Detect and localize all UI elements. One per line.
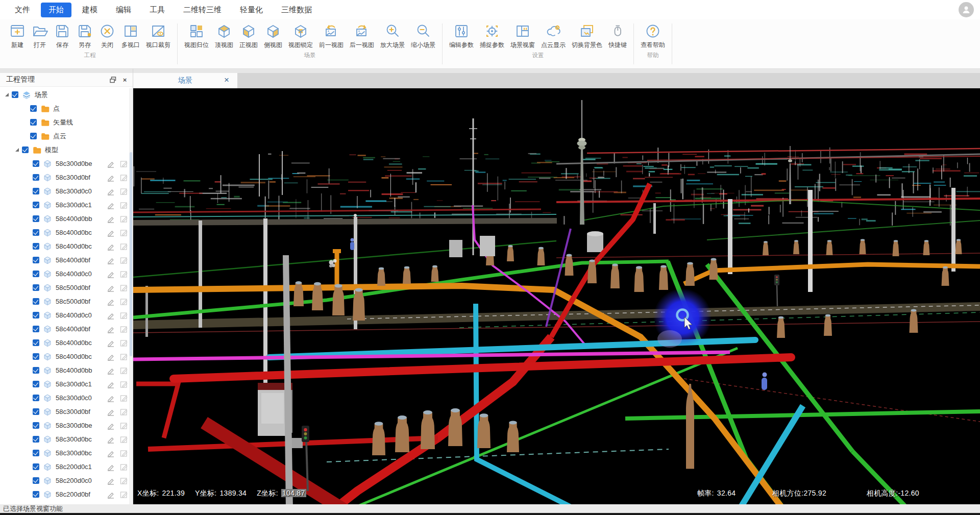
ribbon-button-prev-view[interactable]: 前一视图 [316,21,347,51]
rename-icon[interactable] [107,477,115,485]
rename-icon[interactable] [107,435,115,444]
menu-item-3[interactable]: 编辑 [108,3,139,17]
ribbon-button-scene-window[interactable]: 场景视窗 [507,21,538,51]
edit-icon[interactable] [120,256,128,264]
edit-icon[interactable] [120,298,128,306]
tree-node-model-21[interactable]: 58c300d0bc [0,446,133,460]
checkbox-checked[interactable] [33,422,39,429]
menu-item-0[interactable]: 文件 [7,3,38,17]
menu-item-2[interactable]: 建模 [75,3,105,17]
checkbox-checked[interactable] [33,202,39,208]
edit-icon[interactable] [120,353,128,361]
ribbon-button-help[interactable]: 查看帮助 [638,21,668,51]
checkbox-checked[interactable] [33,284,39,291]
edit-icon[interactable] [120,187,128,195]
ribbon-button-viewport-clip[interactable]: 视口裁剪 [143,21,174,51]
tree-node-model-17[interactable]: 58c300d0c0 [0,391,133,405]
edit-icon[interactable] [120,394,128,402]
menu-item-6[interactable]: 轻量化 [232,3,271,17]
checkbox-checked[interactable] [33,257,39,263]
tab-scene[interactable]: 场景 × [133,73,237,88]
tab-close-icon[interactable]: × [224,75,229,85]
checkbox-checked[interactable] [12,91,18,98]
ribbon-button-close-project[interactable]: 关闭 [96,21,118,51]
edit-icon[interactable] [120,449,128,457]
tree-node-folder-3[interactable]: 模型 [0,143,133,157]
checkbox-checked[interactable] [33,188,39,194]
ribbon-button-hotkey[interactable]: 快捷键 [605,21,630,51]
tree-node-scene[interactable]: 场景 [0,88,133,102]
checkbox-checked[interactable] [33,381,39,387]
checkbox-checked[interactable] [33,491,39,498]
checkbox-checked[interactable] [33,326,39,332]
edit-icon[interactable] [120,380,128,388]
user-avatar-icon[interactable] [959,2,974,17]
edit-icon[interactable] [120,311,128,320]
tree-node-model-15[interactable]: 58c400d0bb [0,363,133,377]
menu-item-1[interactable]: 开始 [41,3,71,17]
edit-icon[interactable] [120,270,128,278]
tree-node-model-1[interactable]: 58c300d0bf [0,170,133,184]
edit-icon[interactable] [120,201,128,209]
edit-icon[interactable] [120,408,128,416]
tree-node-model-11[interactable]: 58c400d0c0 [0,308,133,322]
edit-icon[interactable] [120,174,128,182]
edit-icon[interactable] [120,229,128,237]
expand-arrow-icon[interactable] [5,93,9,96]
tree-node-model-10[interactable]: 58c500d0bf [0,295,133,308]
edit-icon[interactable] [120,215,128,223]
edit-icon[interactable] [120,435,128,444]
tree-node-model-23[interactable]: 58c200d0c0 [0,474,133,487]
ribbon-button-pointcloud[interactable]: 点云显示 [538,21,569,51]
sidebar-scrollbar[interactable] [129,88,133,504]
checkbox-checked[interactable] [33,339,39,346]
rename-icon[interactable] [107,284,115,292]
checkbox-checked[interactable] [30,133,37,139]
rename-icon[interactable] [107,311,115,320]
tree-node-model-7[interactable]: 58c400d0bf [0,253,133,267]
rename-icon[interactable] [107,422,115,430]
rename-icon[interactable] [107,463,115,471]
edit-icon[interactable] [120,325,128,333]
tree-node-folder-2[interactable]: 点云 [0,129,133,143]
rename-icon[interactable] [107,160,115,168]
checkbox-checked[interactable] [33,298,39,305]
checkbox-checked[interactable] [30,105,37,112]
edit-icon[interactable] [120,366,128,375]
checkbox-checked[interactable] [33,450,39,456]
checkbox-checked[interactable] [33,174,39,181]
checkbox-checked[interactable] [33,367,39,374]
ribbon-button-cube-top[interactable]: 顶视图 [212,21,236,51]
rename-icon[interactable] [107,380,115,388]
tree-node-model-20[interactable]: 58c300d0bc [0,432,133,446]
checkbox-checked[interactable] [30,119,37,126]
rename-icon[interactable] [107,394,115,402]
tree-node-model-18[interactable]: 58c300d0bf [0,405,133,419]
menu-item-4[interactable]: 工具 [142,3,173,17]
checkbox-checked[interactable] [33,215,39,222]
checkbox-checked[interactable] [33,395,39,401]
edit-icon[interactable] [120,284,128,292]
tree-node-model-5[interactable]: 58c400d0bc [0,226,133,239]
ribbon-button-snap-params[interactable]: 捕捉参数 [477,21,507,51]
edit-icon[interactable] [120,422,128,430]
ribbon-button-cube-side[interactable]: 侧视图 [261,21,285,51]
rename-icon[interactable] [107,174,115,182]
tree-node-model-6[interactable]: 58c400d0bc [0,239,133,253]
checkbox-checked[interactable] [33,436,39,443]
tree-node-model-3[interactable]: 58c300d0c1 [0,198,133,212]
ribbon-button-next-view[interactable]: 后一视图 [347,21,377,51]
ribbon-button-view-lock[interactable]: 视图锁定 [285,21,316,51]
rename-icon[interactable] [107,325,115,333]
ribbon-button-view-home[interactable]: 视图归位 [181,21,212,51]
ribbon-button-save[interactable]: 保存 [51,21,74,51]
checkbox-checked[interactable] [22,146,29,153]
edit-icon[interactable] [120,491,128,499]
checkbox-checked[interactable] [33,312,39,318]
menu-item-5[interactable]: 二维转三维 [176,3,229,17]
ribbon-button-save-as[interactable]: 另存 [74,21,96,51]
rename-icon[interactable] [107,339,115,347]
tree-node-folder-0[interactable]: 点 [0,102,133,115]
edit-icon[interactable] [120,477,128,485]
checkbox-checked[interactable] [33,271,39,277]
